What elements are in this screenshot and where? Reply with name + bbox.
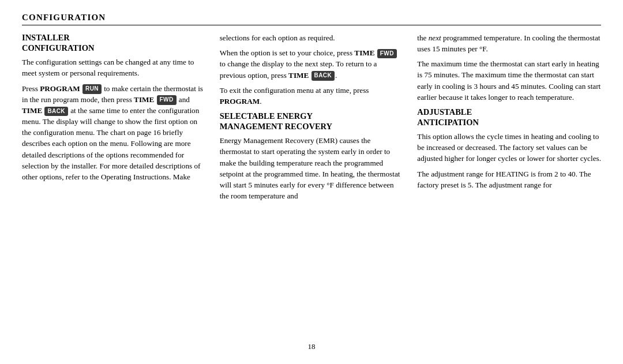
- col2-para2-end: .: [335, 71, 337, 80]
- section-anticipation-title: ADJUSTABLE ANTICIPATION: [417, 107, 601, 127]
- col3-para4: The adjustment range for HEATING is from…: [417, 168, 601, 190]
- col1-para1: The configuration settings can be change…: [22, 57, 206, 78]
- col3-para2: The maximum time the thermostat can star…: [417, 58, 601, 103]
- page-title: CONFIGURATION: [22, 13, 115, 22]
- col1-and: and: [177, 95, 190, 104]
- page-number: 18: [22, 342, 601, 351]
- section-installer-title: INSTALLER CONFIGURATION: [22, 32, 206, 53]
- col1-program-label: PROGRAM: [40, 84, 80, 93]
- badge-fwd-1: FWD: [157, 95, 177, 105]
- col3-para1-pre: the: [417, 33, 428, 42]
- col2-para2: When the option is set to your choice, p…: [220, 47, 404, 81]
- columns-wrapper: INSTALLER CONFIGURATION The configuratio…: [22, 32, 601, 340]
- col1-para2-same: at the same time to enter the configurat…: [22, 106, 200, 181]
- col2-para3-pre: To exit the configuration menu at any ti…: [220, 86, 369, 95]
- col3-para1-post: programmed temperature. In cooling the t…: [417, 33, 600, 53]
- badge-back-2: BACK: [312, 71, 335, 81]
- col2-time2-label: TIME: [288, 71, 309, 80]
- col1-time2-label: TIME: [22, 106, 42, 115]
- badge-run: RUN: [82, 84, 102, 94]
- col2-para3-end: .: [260, 97, 261, 106]
- col-1: INSTALLER CONFIGURATION The configuratio…: [22, 32, 206, 340]
- col2-para3: To exit the configuration menu at any ti…: [220, 85, 404, 107]
- col1-time1-label: TIME: [134, 95, 154, 104]
- col2-para4: Energy Management Recovery (EMR) causes …: [220, 135, 404, 201]
- col1-para2-pre: Press: [22, 84, 40, 93]
- col1-para2: Press PROGRAM RUN to make certain the th…: [22, 83, 206, 183]
- col2-para2-pre: When the option is set to your choice, p…: [220, 48, 355, 57]
- col2-time-label: TIME: [354, 48, 374, 57]
- col3-para1-em: next: [429, 33, 441, 42]
- col-3: the next programmed temperature. In cool…: [417, 32, 601, 340]
- badge-back-1: BACK: [44, 107, 68, 117]
- badge-fwd-2: FWD: [377, 49, 397, 59]
- col3-para1: the next programmed temperature. In cool…: [417, 32, 601, 54]
- col2-para1: selections for each option as required.: [220, 32, 404, 43]
- col2-program-label: PROGRAM: [220, 97, 260, 106]
- section-energy-title: SELECTABLE ENERGY MANAGEMENT RECOVERY: [220, 111, 404, 132]
- col-2: selections for each option as required. …: [220, 32, 404, 340]
- col3-para3: This option allows the cycle times in he…: [417, 131, 601, 164]
- page-container: CONFIGURATION INSTALLER CONFIGURATION Th…: [0, 0, 623, 364]
- page-header: CONFIGURATION: [22, 13, 601, 25]
